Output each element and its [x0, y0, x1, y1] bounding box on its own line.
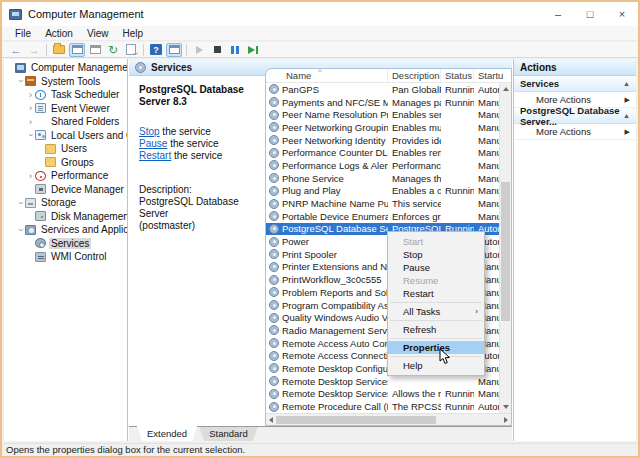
twisty-icon[interactable]: › — [26, 131, 36, 140]
twisty-icon[interactable]: › — [26, 117, 35, 127]
scroll-left-icon[interactable] — [269, 417, 273, 423]
tree-item-services[interactable]: Services — [4, 237, 127, 251]
tree-item-device-manager[interactable]: Device Manager — [4, 183, 127, 197]
twisty-icon[interactable]: › — [16, 225, 26, 234]
service-row[interactable]: Peer Name Resolution Prot...Enables serv… — [266, 108, 499, 121]
collapse-icon[interactable]: ▲ — [623, 112, 630, 119]
forward-icon[interactable]: → — [26, 43, 42, 57]
context-menu-refresh[interactable]: Refresh — [388, 323, 484, 336]
context-menu-help[interactable]: Help — [388, 359, 484, 372]
tree-item-computer-management-local[interactable]: Computer Management (Local — [4, 61, 127, 75]
maximize-button[interactable]: □ — [574, 2, 606, 26]
actions-section-services[interactable]: Services▲ — [514, 76, 636, 92]
service-description-cell: Allows the r... — [388, 388, 441, 399]
stop-service-icon[interactable] — [209, 43, 225, 57]
window-icon[interactable] — [87, 43, 103, 57]
service-row[interactable]: Portable Device Enumerator...Enforces gr… — [266, 210, 499, 223]
horizontal-scroll-thumb[interactable] — [276, 416, 436, 424]
column-header-description[interactable]: Description — [388, 69, 441, 82]
twisty-icon[interactable]: › — [16, 198, 26, 207]
stop-service-link[interactable]: Stop — [139, 126, 160, 137]
pause-service-icon[interactable] — [227, 43, 243, 57]
service-row[interactable]: Plug and PlayEnables a c...RunningManu — [266, 185, 499, 198]
service-name: Print Spooler — [282, 249, 337, 260]
collapse-icon[interactable]: ▲ — [623, 80, 630, 87]
tab-extended[interactable]: Extended — [137, 426, 197, 441]
tree-item-users[interactable]: Users — [4, 142, 127, 156]
service-name-cell: Peer Networking Identity M... — [266, 135, 388, 146]
extended-view-panel: PostgreSQL Database Server 8.3 Stop the … — [129, 76, 265, 426]
tree-item-storage[interactable]: ›Storage — [4, 196, 127, 210]
horizontal-scrollbar[interactable] — [266, 413, 511, 425]
service-row[interactable]: Remote Desktop Services U...Allows the r… — [266, 388, 499, 401]
actions-section-postgresql-database-server[interactable]: PostgreSQL Database Server...▲ — [514, 108, 636, 124]
tree-item-wmi-control[interactable]: WMI Control — [4, 250, 127, 264]
close-button[interactable]: × — [606, 2, 638, 26]
service-name: Performance Logs & Alerts — [282, 160, 388, 171]
export-list-icon[interactable] — [123, 43, 139, 57]
scroll-right-icon[interactable] — [504, 417, 508, 423]
context-menu-all-tasks[interactable]: All Tasks› — [388, 305, 484, 318]
service-row[interactable]: Performance Logs & AlertsPerformanc...Ma… — [266, 159, 499, 172]
vertical-scroll-thumb[interactable] — [501, 182, 510, 321]
start-service-icon[interactable] — [191, 43, 207, 57]
menu-view[interactable]: View — [80, 28, 116, 39]
restart-service-icon[interactable] — [245, 43, 261, 57]
service-description-cell: The RPCSS ... — [388, 401, 441, 412]
tree-item-performance[interactable]: ›Performance — [4, 169, 127, 183]
tree-item-system-tools[interactable]: ›System Tools — [4, 75, 127, 89]
service-description-cell: Performanc... — [388, 160, 441, 171]
service-startup-cell: Manu — [474, 135, 499, 146]
context-menu-pause[interactable]: Pause — [388, 261, 484, 274]
service-row[interactable]: Remote Procedure Call (RPC)The RPCSS ...… — [266, 400, 499, 413]
column-header-status[interactable]: Status — [441, 69, 474, 82]
service-row[interactable]: PanGPSPan GlobalP...RunningAutor — [266, 83, 499, 96]
tree-item-task-scheduler[interactable]: ›Task Scheduler — [4, 88, 127, 102]
service-row[interactable]: Remote Desktop ServicesManu — [266, 375, 499, 388]
service-status-cell: Running — [441, 185, 474, 196]
tree-item-disk-management[interactable]: Disk Management — [4, 210, 127, 224]
service-row[interactable]: Payments and NFC/SE Man...Manages pa...R… — [266, 96, 499, 109]
service-name: Remote Access Auto Conne... — [282, 338, 388, 349]
scroll-down-icon[interactable] — [503, 405, 509, 409]
context-menu-stop[interactable]: Stop — [388, 248, 484, 261]
twisty-icon[interactable]: › — [26, 103, 35, 113]
twisty-icon[interactable]: › — [26, 171, 35, 181]
context-menu-properties[interactable]: Properties — [388, 341, 484, 354]
show-action-pane-icon[interactable] — [166, 43, 182, 57]
service-row[interactable]: Peer Networking GroupingEnables mul...Ma… — [266, 121, 499, 134]
minimize-button[interactable]: – — [542, 2, 574, 26]
restart-service-link[interactable]: Restart — [139, 150, 171, 161]
column-header-startu[interactable]: Startu — [474, 69, 511, 82]
pause-service-link[interactable]: Pause — [139, 138, 167, 149]
menu-help[interactable]: Help — [115, 28, 150, 39]
service-status-cell: Running — [441, 97, 474, 108]
tree-item-groups[interactable]: Groups — [4, 156, 127, 170]
back-icon[interactable]: ← — [8, 43, 24, 57]
service-row[interactable]: Peer Networking Identity M...Provides id… — [266, 134, 499, 147]
menu-file[interactable]: File — [8, 28, 38, 39]
twisty-icon[interactable]: › — [16, 77, 26, 86]
show-console-tree-icon[interactable] — [69, 43, 85, 57]
twisty-icon[interactable]: › — [26, 90, 35, 100]
refresh-icon[interactable]: ↻ — [105, 43, 121, 57]
service-row[interactable]: Performance Counter DLL ...Enables rem..… — [266, 146, 499, 159]
service-gear-icon — [269, 351, 279, 361]
up-folder-icon[interactable] — [51, 43, 67, 57]
service-gear-icon — [269, 249, 279, 259]
service-row[interactable]: Phone ServiceManages th...Manu — [266, 172, 499, 185]
scroll-up-icon[interactable] — [503, 87, 509, 91]
tree-item-shared-folders[interactable]: ›Shared Folders — [4, 115, 127, 129]
column-header-name[interactable]: Name^ — [266, 69, 388, 82]
tree-item-local-users-and-groups[interactable]: ›Local Users and Groups — [4, 129, 127, 143]
vertical-scrollbar[interactable] — [499, 83, 511, 413]
tree-item-services-and-applications[interactable]: ›Services and Applications — [4, 223, 127, 237]
tree-item-event-viewer[interactable]: ›Event Viewer — [4, 102, 127, 116]
help-icon[interactable]: ? — [148, 43, 164, 57]
tab-standard[interactable]: Standard — [199, 427, 258, 441]
context-menu-restart[interactable]: Restart — [388, 287, 484, 300]
service-name: Performance Counter DLL ... — [282, 147, 388, 158]
menu-action[interactable]: Action — [38, 28, 80, 39]
service-gear-icon — [269, 402, 279, 412]
service-row[interactable]: PNRP Machine Name Publi...This service .… — [266, 197, 499, 210]
